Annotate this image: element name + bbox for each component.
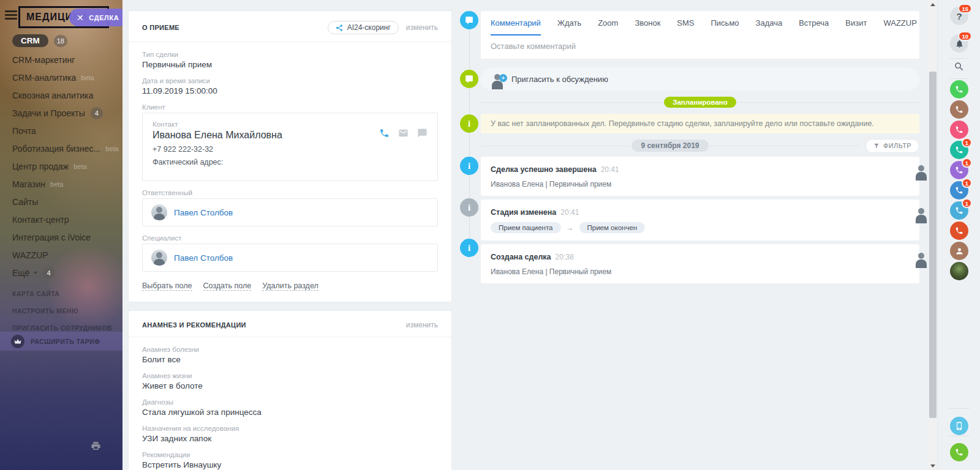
callback-phone-icon[interactable]: [950, 443, 968, 461]
funnel-icon: [873, 143, 880, 149]
sidebar-item-crm-marketing[interactable]: CRM-маркетинг: [0, 51, 123, 69]
beta-tag: beta: [81, 74, 94, 81]
phone-lightblue-icon[interactable]: 1: [950, 201, 968, 220]
edit-section-link[interactable]: изменить: [406, 321, 438, 329]
specialist-user-link[interactable]: Павел Столбов: [174, 253, 233, 263]
notice-info-icon: i: [460, 114, 478, 133]
channel-count-badge: 1: [962, 198, 972, 208]
sidebar-item-rpa[interactable]: Роботизация бизнес...beta: [0, 140, 123, 157]
email-icon[interactable]: [398, 128, 409, 138]
sidebar-item-sites[interactable]: Сайты: [0, 193, 123, 211]
help-icon[interactable]: ? 15: [950, 7, 968, 25]
chat-icon[interactable]: [417, 128, 428, 138]
comment-input[interactable]: Оставьте комментарий: [481, 35, 919, 57]
specialist-card: Павел Столбов: [142, 244, 438, 272]
no-planned-activities-notice: У вас нет запланированных дел. Передвинь…: [481, 114, 919, 133]
call-icon[interactable]: [379, 128, 390, 138]
deal-tab[interactable]: ✕ СДЕЛКА: [69, 9, 123, 26]
plus-icon: +: [499, 74, 507, 82]
ai-scoring-button[interactable]: AI24-скоринг: [328, 21, 399, 34]
divider: [129, 337, 451, 337]
beta-tag: beta: [105, 145, 118, 152]
client-card: Контакт Иванова Елена Михайловна: [142, 113, 438, 181]
sidebar-item-crm[interactable]: CRM 18: [0, 32, 123, 50]
date-divider-row: 9 сентября 2019 ФИЛЬТР: [481, 140, 919, 152]
create-field-link[interactable]: Создать поле: [203, 282, 252, 291]
field-disease-anamnesis: Анамнез болезни Болит все: [142, 346, 438, 364]
avatar: [151, 204, 167, 220]
main-content: О ПРИЕМЕ AI24-скоринг изменить Тип сделк…: [123, 0, 929, 470]
phone-green-icon[interactable]: [950, 80, 968, 99]
timeline-entry-deal-created[interactable]: Создана сделка20:38 Иванова Елена | Перв…: [481, 244, 919, 283]
deal-tab-label: СДЕЛКА: [89, 14, 119, 21]
tab-zoom[interactable]: Zoom: [598, 11, 618, 35]
upgrade-tariff-button[interactable]: РАСШИРИТЬ ТАРИФ: [0, 332, 123, 351]
sidebar-item-mail[interactable]: Почта: [0, 122, 123, 140]
timeline-entry-deal-completed[interactable]: Сделка успешно завершена20:41 Иванова Ел…: [481, 157, 919, 196]
sitemap-link[interactable]: КАРТА САЙТА: [0, 285, 123, 302]
divider: [949, 436, 970, 436]
filter-button[interactable]: ФИЛЬТР: [865, 139, 919, 153]
timeline-column: i i i i Комментарий Ждать Zoom Звонок SM…: [453, 0, 929, 470]
responsible-user-link[interactable]: Павел Столбов: [174, 208, 233, 217]
responsible-card: Павел Столбов: [142, 198, 438, 226]
field-life-anamnesis: Анамнез жизни Живет в болоте: [142, 372, 438, 390]
notifications-bell-icon[interactable]: 10: [950, 34, 968, 53]
tab-call[interactable]: Звонок: [635, 11, 660, 35]
phone-pink-icon[interactable]: [950, 121, 968, 139]
contact-phone[interactable]: +7 922 222-32-32: [153, 145, 428, 154]
contact-name-link[interactable]: Иванова Елена Михайловна: [153, 130, 379, 141]
about-section-card: О ПРИЕМЕ AI24-скоринг изменить Тип сделк…: [129, 11, 451, 302]
section-title: О ПРИЕМЕ: [142, 24, 179, 31]
mobile-app-icon[interactable]: [950, 417, 968, 435]
tab-task[interactable]: Задача: [756, 11, 783, 35]
beta-tag: beta: [74, 163, 86, 170]
tab-comment[interactable]: Комментарий: [491, 11, 541, 35]
crm-count-badge: 18: [54, 35, 67, 47]
sidebar-item-crm-analytics[interactable]: CRM-аналитикаbeta: [0, 69, 123, 86]
close-icon[interactable]: ✕: [77, 13, 84, 22]
sidebar-item-tasks-projects[interactable]: Задачи и Проекты4: [0, 104, 123, 122]
sidebar-item-sales-center[interactable]: Центр продажbeta: [0, 157, 123, 175]
tab-meeting[interactable]: Встреча: [799, 11, 829, 35]
hamburger-menu-icon[interactable]: [5, 10, 17, 20]
field-responsible: Ответственный Павел Столбов: [142, 189, 438, 226]
tab-visit[interactable]: Визит: [845, 11, 867, 35]
scroll-up-arrow[interactable]: [929, 0, 937, 9]
printer-icon[interactable]: [91, 441, 101, 451]
sidebar-item-contact-center[interactable]: Контакт-центр: [0, 211, 123, 228]
delete-section-link[interactable]: Удалить раздел: [262, 282, 318, 291]
phone-orange-icon[interactable]: [950, 222, 968, 240]
sidebar-item-store[interactable]: Магазинbeta: [0, 175, 123, 193]
phone-brown-icon[interactable]: [950, 100, 968, 119]
tab-email[interactable]: Письмо: [711, 11, 739, 35]
sidebar-nav: CRM 18 CRM-маркетинг CRM-аналитикаbeta С…: [0, 32, 123, 282]
timeline-entry-stage-changed[interactable]: Стадия изменена20:41 Прием пациента → Пр…: [481, 200, 919, 241]
sidebar-item-wazzup[interactable]: WAZZUP: [0, 246, 123, 264]
sidebar-item-end-to-end-analytics[interactable]: Сквозная аналитика: [0, 86, 123, 104]
scrollbar-thumb[interactable]: [929, 72, 937, 418]
tab-wait[interactable]: Ждать: [557, 11, 581, 35]
search-icon[interactable]: [950, 58, 968, 76]
contact-person-icon[interactable]: [950, 242, 968, 260]
phone-blue-icon[interactable]: 1: [950, 181, 968, 200]
field-appointment-datetime: Дата и время записи 11.09.2019 15:00:00: [142, 77, 438, 95]
tab-sms[interactable]: SMS: [677, 11, 694, 35]
chevron-down-icon: [34, 272, 37, 274]
tab-wazzup[interactable]: WAZZUP: [883, 11, 916, 35]
scroll-down-arrow[interactable]: [929, 461, 937, 470]
sidebar-item-ivoice[interactable]: Интеграция с iVoice: [0, 228, 123, 246]
phone-purple-icon[interactable]: 1: [950, 161, 968, 179]
notifications-count-badge: 10: [958, 31, 972, 41]
phone-teal-icon[interactable]: 1: [950, 141, 968, 159]
vertical-scrollbar[interactable]: [929, 0, 937, 470]
beta-tag: beta: [50, 181, 63, 188]
invite-to-discussion-button[interactable]: + Пригласить к обсуждению: [481, 67, 919, 91]
user-avatar[interactable]: [950, 262, 968, 280]
field-research-referrals: Назначения на исследования УЗИ задних ла…: [142, 425, 438, 443]
edit-section-link[interactable]: изменить: [406, 23, 438, 32]
sidebar-item-more[interactable]: Ещё4: [0, 264, 123, 282]
select-field-link[interactable]: Выбрать поле: [142, 282, 192, 291]
configure-menu-link[interactable]: НАСТРОИТЬ МЕНЮ: [0, 302, 123, 319]
tasks-count-badge: 4: [91, 107, 103, 119]
